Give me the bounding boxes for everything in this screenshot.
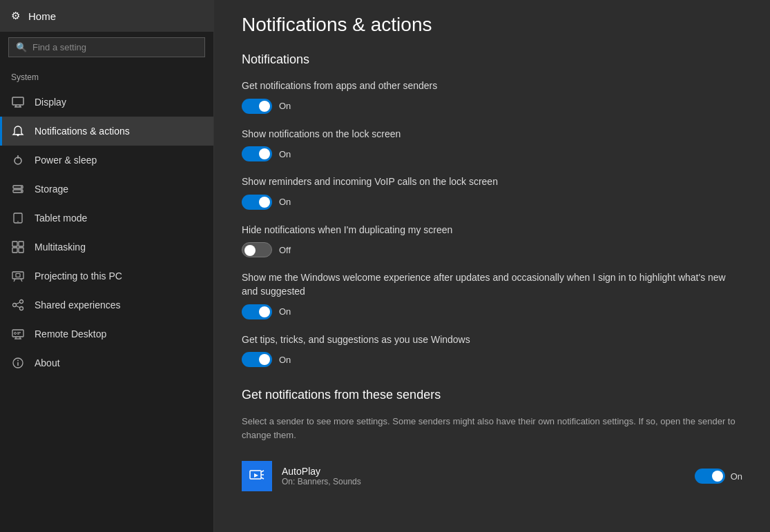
notifications-section: Notifications Get notifications from app…: [242, 52, 742, 367]
svg-point-24: [20, 300, 23, 304]
shared-label: Shared experiences: [35, 299, 121, 311]
display-icon: [11, 95, 25, 109]
setting-row-lock-screen: Show notifications on the lock screen On: [242, 128, 742, 162]
multitasking-icon: [11, 240, 25, 254]
svg-point-25: [20, 307, 23, 311]
notifications-section-title: Notifications: [242, 52, 742, 67]
svg-rect-22: [16, 274, 20, 277]
projecting-icon: [11, 269, 25, 283]
setting-row-tips: Get tips, tricks, and suggestions as you…: [242, 333, 742, 368]
shared-icon: [11, 298, 25, 312]
remote-label: Remote Desktop: [35, 328, 106, 339]
svg-rect-19: [12, 272, 23, 279]
sidebar-item-about[interactable]: About: [0, 348, 213, 377]
svg-point-12: [21, 190, 22, 192]
setting-row-welcome: Show me the Windows welcome experience a…: [242, 271, 742, 319]
senders-section: Get notifications from these senders Sel…: [242, 388, 742, 497]
sender-sub-autoplay: On: Banners, Sounds: [282, 477, 685, 486]
power-label: Power & sleep: [35, 155, 97, 166]
toggle-lock-screen[interactable]: [242, 146, 272, 161]
toggle-apps-senders[interactable]: [242, 99, 272, 114]
svg-rect-18: [19, 248, 23, 253]
main-content: Notifications & actions Notifications Ge…: [214, 0, 770, 532]
sidebar-item-power[interactable]: Power & sleep: [0, 146, 213, 175]
toggle-label-welcome: On: [279, 306, 291, 317]
svg-point-11: [21, 186, 22, 188]
sidebar-item-home[interactable]: ⚙ Home: [0, 0, 213, 32]
toggle-label-autoplay: On: [731, 471, 742, 482]
search-input[interactable]: [32, 42, 198, 52]
storage-icon: [11, 182, 25, 196]
sender-icon-autoplay: [242, 461, 272, 491]
setting-label-reminders-voip: Show reminders and incoming VoIP calls o…: [242, 175, 742, 189]
notifications-label: Notifications & actions: [35, 126, 130, 137]
power-icon: [11, 153, 25, 167]
senders-description: Select a sender to see more settings. So…: [242, 415, 742, 442]
setting-label-apps-senders: Get notifications from apps and other se…: [242, 79, 742, 93]
tablet-icon: [11, 211, 25, 225]
setting-label-welcome: Show me the Windows welcome experience a…: [242, 271, 742, 298]
sidebar-item-projecting[interactable]: Projecting to this PC: [0, 262, 213, 290]
svg-rect-15: [12, 242, 17, 246]
sidebar: ⚙ Home 🔍 System Display: [0, 0, 214, 532]
setting-row-duplicating: Hide notifications when I'm duplicating …: [242, 224, 742, 258]
svg-point-37: [17, 360, 19, 362]
toggle-label-duplicating: Off: [279, 245, 291, 255]
setting-row-apps-senders: Get notifications from apps and other se…: [242, 79, 742, 114]
svg-rect-17: [12, 248, 17, 253]
notifications-icon: [11, 124, 25, 138]
toggle-tips[interactable]: [242, 352, 272, 367]
setting-label-tips: Get tips, tricks, and suggestions as you…: [242, 333, 742, 347]
sidebar-item-multitasking[interactable]: Multitasking: [0, 233, 213, 262]
senders-section-title: Get notifications from these senders: [242, 388, 742, 402]
multitasking-label: Multitasking: [35, 242, 86, 253]
storage-label: Storage: [35, 184, 68, 195]
setting-label-duplicating: Hide notifications when I'm duplicating …: [242, 224, 742, 237]
toggle-label-lock-screen: On: [279, 149, 291, 159]
sidebar-item-storage[interactable]: Storage: [0, 175, 213, 204]
svg-point-34: [15, 333, 17, 335]
search-bar-container: 🔍: [8, 37, 205, 57]
projecting-label: Projecting to this PC: [35, 270, 122, 282]
sidebar-item-remote[interactable]: Remote Desktop: [0, 319, 213, 348]
toggle-welcome[interactable]: [242, 304, 272, 319]
toggle-autoplay[interactable]: [695, 469, 725, 484]
toggle-label-reminders-voip: On: [279, 197, 291, 207]
svg-marker-39: [254, 473, 258, 477]
sidebar-item-display[interactable]: Display: [0, 88, 213, 117]
svg-line-27: [16, 306, 19, 307]
svg-point-14: [17, 221, 19, 222]
remote-icon: [11, 327, 25, 341]
nav-list: Display Notifications & actions Powe: [0, 88, 213, 377]
svg-line-26: [16, 302, 19, 304]
home-icon: ⚙: [11, 10, 20, 22]
tablet-label: Tablet mode: [35, 213, 87, 224]
about-icon: [11, 356, 25, 370]
sidebar-item-tablet[interactable]: Tablet mode: [0, 204, 213, 233]
svg-rect-16: [19, 242, 23, 246]
system-section-label: System: [0, 68, 213, 88]
sidebar-item-notifications[interactable]: Notifications & actions: [0, 117, 213, 146]
page-title: Notifications & actions: [242, 14, 742, 36]
toggle-label-apps-senders: On: [279, 101, 291, 111]
sender-name-autoplay: AutoPlay: [282, 466, 685, 477]
sender-item-autoplay[interactable]: AutoPlay On: Banners, Sounds On: [242, 455, 742, 497]
display-label: Display: [35, 97, 66, 108]
toggle-reminders-voip[interactable]: [242, 195, 272, 210]
home-label: Home: [28, 10, 56, 22]
about-label: About: [35, 357, 60, 368]
search-icon: 🔍: [16, 42, 27, 52]
toggle-label-tips: On: [279, 355, 291, 365]
svg-rect-0: [12, 97, 23, 105]
toggle-duplicating[interactable]: [242, 242, 272, 257]
setting-row-reminders-voip: Show reminders and incoming VoIP calls o…: [242, 175, 742, 210]
setting-label-lock-screen: Show notifications on the lock screen: [242, 128, 742, 141]
svg-point-23: [13, 304, 17, 307]
sidebar-item-shared[interactable]: Shared experiences: [0, 290, 213, 319]
